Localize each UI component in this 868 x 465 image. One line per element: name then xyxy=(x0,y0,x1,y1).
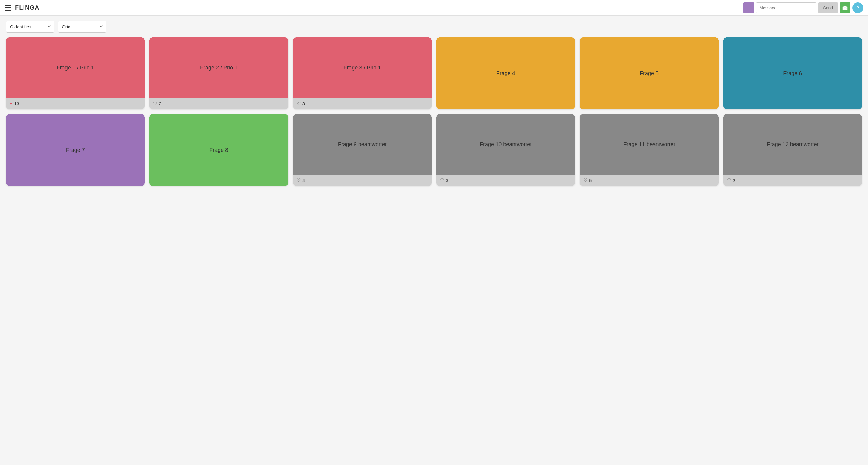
card-body-12: Frage 12 beantwortet xyxy=(723,114,862,175)
card-body-7: Frage 7 xyxy=(6,114,145,186)
like-count-11: 5 xyxy=(589,178,592,183)
card-body-11: Frage 11 beantwortet xyxy=(580,114,718,175)
like-count-2: 2 xyxy=(159,101,161,106)
header: FLINGA Send ? xyxy=(0,0,868,16)
card-5[interactable]: Frage 5 xyxy=(580,37,718,109)
card-body-6: Frage 6 xyxy=(723,37,862,109)
card-footer-10: ♡3 xyxy=(436,175,575,186)
heart-icon-12[interactable]: ♡ xyxy=(727,178,731,183)
heart-icon-9[interactable]: ♡ xyxy=(297,178,301,183)
header-right: Send ? xyxy=(743,2,863,13)
card-footer-12: ♡2 xyxy=(723,175,862,186)
camera-button[interactable] xyxy=(840,2,850,13)
view-dropdown[interactable]: Grid List xyxy=(58,21,106,33)
help-button[interactable]: ? xyxy=(852,2,863,13)
card-3[interactable]: Frage 3 / Prio 1♡3 xyxy=(293,37,432,109)
card-body-4: Frage 4 xyxy=(436,37,575,109)
card-1[interactable]: Frage 1 / Prio 1♥13 xyxy=(6,37,145,109)
heart-icon-10[interactable]: ♡ xyxy=(440,178,444,183)
card-footer-9: ♡4 xyxy=(293,175,432,186)
card-body-5: Frage 5 xyxy=(580,37,718,109)
send-button[interactable]: Send xyxy=(818,2,838,13)
card-body-10: Frage 10 beantwortet xyxy=(436,114,575,175)
card-7[interactable]: Frage 7 xyxy=(6,114,145,186)
color-swatch[interactable] xyxy=(743,2,754,13)
card-12[interactable]: Frage 12 beantwortet♡2 xyxy=(723,114,862,186)
logo: FLINGA xyxy=(15,4,39,11)
card-body-8: Frage 8 xyxy=(149,114,288,186)
hamburger-icon[interactable] xyxy=(5,5,11,10)
card-grid: Frage 1 / Prio 1♥13Frage 2 / Prio 1♡2Fra… xyxy=(0,37,868,192)
like-count-10: 3 xyxy=(446,178,448,183)
card-footer-1: ♥13 xyxy=(6,98,145,109)
card-body-9: Frage 9 beantwortet xyxy=(293,114,432,175)
card-4[interactable]: Frage 4 xyxy=(436,37,575,109)
heart-icon-1[interactable]: ♥ xyxy=(10,101,12,106)
like-count-3: 3 xyxy=(302,101,305,106)
heart-icon-2[interactable]: ♡ xyxy=(153,101,157,106)
card-10[interactable]: Frage 10 beantwortet♡3 xyxy=(436,114,575,186)
message-input[interactable] xyxy=(756,2,816,13)
heart-icon-3[interactable]: ♡ xyxy=(297,101,301,106)
card-footer-3: ♡3 xyxy=(293,98,432,109)
card-body-2: Frage 2 / Prio 1 xyxy=(149,37,288,98)
camera-icon xyxy=(842,5,848,10)
like-count-1: 13 xyxy=(14,101,19,106)
card-body-1: Frage 1 / Prio 1 xyxy=(6,37,145,98)
card-8[interactable]: Frage 8 xyxy=(149,114,288,186)
heart-icon-11[interactable]: ♡ xyxy=(583,178,587,183)
like-count-9: 4 xyxy=(302,178,305,183)
card-6[interactable]: Frage 6 xyxy=(723,37,862,109)
toolbar: Oldest first Newest first Most liked Gri… xyxy=(0,16,868,37)
card-9[interactable]: Frage 9 beantwortet♡4 xyxy=(293,114,432,186)
card-footer-2: ♡2 xyxy=(149,98,288,109)
sort-dropdown[interactable]: Oldest first Newest first Most liked xyxy=(6,21,54,33)
card-body-3: Frage 3 / Prio 1 xyxy=(293,37,432,98)
card-2[interactable]: Frage 2 / Prio 1♡2 xyxy=(149,37,288,109)
card-11[interactable]: Frage 11 beantwortet♡5 xyxy=(580,114,718,186)
like-count-12: 2 xyxy=(733,178,735,183)
header-left: FLINGA xyxy=(5,4,39,11)
card-footer-11: ♡5 xyxy=(580,175,718,186)
